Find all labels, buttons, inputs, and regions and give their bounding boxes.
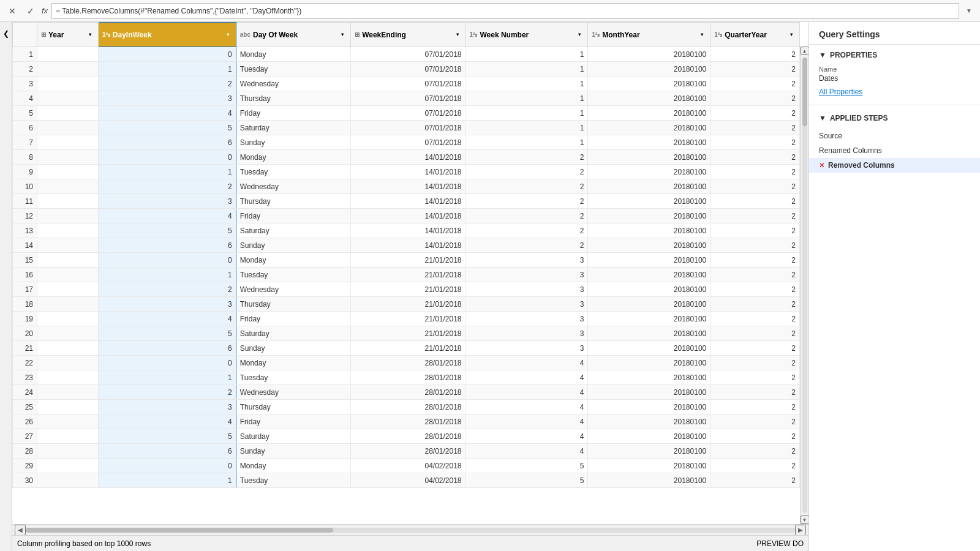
table-row[interactable]: 220Monday28/01/20184201801002 (13, 356, 800, 370)
filter-button-monthnyear[interactable]: ▾ (698, 31, 706, 39)
scroll-right-button[interactable]: ▶ (795, 525, 806, 536)
column-header-quarteryear[interactable]: 1²₃QuarterYear▾ (710, 23, 800, 47)
cell-weekending: 07/01/2018 (351, 135, 466, 150)
cell-dayofweek: Friday (236, 414, 350, 429)
formula-expand-button[interactable]: ▼ (963, 3, 975, 19)
table-row[interactable]: 54Friday07/01/20181201801002 (13, 106, 800, 121)
table-row[interactable]: 80Monday14/01/20182201801002 (13, 150, 800, 165)
scroll-up-button[interactable]: ▲ (801, 47, 809, 55)
cell-year (37, 282, 99, 297)
cell-dayofweek: Wednesday (236, 77, 350, 91)
table-row[interactable]: 290Monday04/02/20185201801002 (13, 459, 800, 473)
table-row[interactable]: 231Tuesday28/01/20184201801002 (13, 370, 800, 385)
cell-weekending: 21/01/2018 (351, 312, 466, 326)
table-row[interactable]: 253Thursday28/01/20184201801002 (13, 400, 800, 414)
table-row[interactable]: 161Tuesday21/01/20183201801002 (13, 268, 800, 282)
filter-button-year[interactable]: ▾ (86, 31, 94, 39)
cell-dayofweek: Thursday (236, 297, 350, 312)
cell-year (37, 253, 99, 268)
cell-dayinweek: 2 (98, 77, 236, 91)
all-properties-link[interactable]: All Properties (809, 85, 980, 102)
cell-weekending: 07/01/2018 (351, 62, 466, 77)
applied-steps-section-header[interactable]: ▼ APPLIED STEPS (809, 108, 980, 126)
table-row[interactable]: 76Sunday07/01/20181201801002 (13, 135, 800, 150)
table-row[interactable]: 146Sunday14/01/20182201801002 (13, 238, 800, 253)
cell-weeknumber: 4 (466, 400, 588, 414)
column-header-dayofweek[interactable]: abcDay Of Week▾ (236, 23, 350, 47)
table-row[interactable]: 150Monday21/01/20183201801002 (13, 253, 800, 268)
cell-weeknumber: 1 (466, 62, 588, 77)
vscroll-thumb (802, 58, 807, 126)
table-row[interactable]: 43Thursday07/01/20181201801002 (13, 91, 800, 106)
table-row[interactable]: 286Sunday28/01/20184201801002 (13, 444, 800, 459)
cell-quarteryear: 2 (710, 253, 800, 268)
cell-year (37, 91, 99, 106)
cell-weeknumber: 4 (466, 429, 588, 444)
table-row[interactable]: 216Sunday21/01/20183201801002 (13, 341, 800, 356)
horizontal-scrollbar[interactable]: ◀ ▶ (12, 524, 809, 535)
cell-dayofweek: Friday (236, 312, 350, 326)
cell-year (37, 194, 99, 209)
cell-monthyear: 20180100 (588, 209, 710, 223)
table-row[interactable]: 194Friday21/01/20183201801002 (13, 312, 800, 326)
step-item-renamed_columns[interactable]: Renamed Columns (809, 143, 980, 158)
table-row[interactable]: 264Friday28/01/20184201801002 (13, 414, 800, 429)
row-number: 12 (13, 209, 37, 223)
cell-weekending: 14/01/2018 (351, 238, 466, 253)
filter-button-weekending[interactable]: ▾ (453, 31, 462, 39)
formula-input[interactable]: = Table.RemoveColumns(#"Renamed Columns"… (51, 3, 959, 19)
filter-button-dayofweek[interactable]: ▾ (338, 31, 347, 39)
check-button[interactable]: ✓ (23, 4, 38, 18)
cell-dayinweek: 5 (98, 326, 236, 341)
filter-button-quarteryear[interactable]: ▾ (787, 31, 796, 39)
table-row[interactable]: 275Saturday28/01/20184201801002 (13, 429, 800, 444)
cell-weekending: 28/01/2018 (351, 444, 466, 459)
table-row[interactable]: 102Wednesday14/01/20182201801002 (13, 179, 800, 194)
cell-weekending: 07/01/2018 (351, 106, 466, 121)
table-scroll-container[interactable]: ⊞Year▾1²₃DayInWeek▾abcDay Of Week▾⊞WeekE… (12, 22, 800, 513)
cell-weeknumber: 2 (466, 209, 588, 223)
filter-button-weeknumber[interactable]: ▾ (575, 31, 584, 39)
step-item-source[interactable]: Source (809, 129, 980, 143)
table-row[interactable]: 113Thursday14/01/20182201801002 (13, 194, 800, 209)
table-row[interactable]: 172Wednesday21/01/20183201801002 (13, 282, 800, 297)
column-header-weeknumber[interactable]: 1²₃Week Number▾ (466, 23, 588, 47)
table-row[interactable]: 91Tuesday14/01/20182201801002 (13, 165, 800, 179)
properties-section-header[interactable]: ▼ PROPERTIES (809, 45, 980, 63)
scroll-down-button[interactable]: ▼ (801, 515, 809, 524)
table-row[interactable]: 32Wednesday07/01/20181201801002 (13, 77, 800, 91)
cell-quarteryear: 2 (710, 297, 800, 312)
table-row[interactable]: 242Wednesday28/01/20184201801002 (13, 385, 800, 400)
query-settings-title: Query Settings (809, 22, 980, 45)
table-row[interactable]: 205Saturday21/01/20183201801002 (13, 326, 800, 341)
cell-monthyear: 20180100 (588, 385, 710, 400)
step-icon-removed_columns: ✕ (819, 162, 824, 170)
table-row[interactable]: 21Tuesday07/01/20181201801002 (13, 62, 800, 77)
cell-monthyear: 20180100 (588, 238, 710, 253)
cell-year (37, 429, 99, 444)
table-row[interactable]: 135Saturday14/01/20182201801002 (13, 223, 800, 238)
close-button[interactable]: ✕ (5, 4, 20, 18)
cell-dayofweek: Wednesday (236, 385, 350, 400)
cell-dayofweek: Friday (236, 209, 350, 223)
table-row[interactable]: 10Monday07/01/20181201801002 (13, 47, 800, 62)
table-row[interactable]: 65Saturday07/01/20181201801002 (13, 121, 800, 135)
column-header-monthnyear[interactable]: 1²₃MonthYear▾ (588, 23, 710, 47)
col-type-icon-weekending: ⊞ (355, 31, 360, 38)
vertical-scrollbar[interactable]: ▲ ▼ (800, 47, 809, 524)
cell-quarteryear: 2 (710, 473, 800, 488)
column-header-dayinweek[interactable]: 1²₃DayInWeek▾ (98, 23, 236, 47)
column-header-weekending[interactable]: ⊞WeekEnding▾ (351, 23, 466, 47)
cell-weekending: 21/01/2018 (351, 297, 466, 312)
scroll-left-button[interactable]: ◀ (15, 525, 26, 536)
table-row[interactable]: 124Friday14/01/20182201801002 (13, 209, 800, 223)
table-row[interactable]: 301Tuesday04/02/20185201801002 (13, 473, 800, 488)
step-item-removed_columns[interactable]: ✕Removed Columns (809, 158, 980, 173)
cell-monthyear: 20180100 (588, 62, 710, 77)
cell-weeknumber: 2 (466, 165, 588, 179)
filter-button-dayinweek[interactable]: ▾ (224, 31, 232, 39)
table-row[interactable]: 183Thursday21/01/20183201801002 (13, 297, 800, 312)
column-header-year[interactable]: ⊞Year▾ (37, 23, 99, 47)
sidebar-collapse-button[interactable]: ❮ (0, 22, 12, 551)
cell-year (37, 223, 99, 238)
